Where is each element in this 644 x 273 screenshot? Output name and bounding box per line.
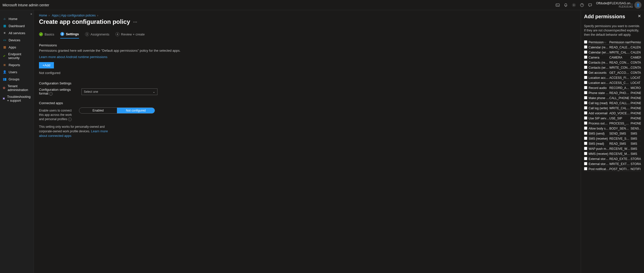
sidebar-item-groups[interactable]: 👥Groups [0,76,34,83]
config-format-select[interactable]: Select one ⌄ [82,88,157,95]
table-row[interactable]: Contacts (write)WRITE_CONTACTSCONTACTS [584,65,641,70]
table-row[interactable]: Use SIP serviceUSE_SIPPHONE [584,116,641,121]
row-checkbox[interactable] [584,111,587,115]
table-row[interactable]: Calendar (read)READ_CALENDARCALENDAR [584,45,641,50]
cell-permission-name: RECEIVE_WAP_PUSH [609,147,631,151]
learn-more-runtime-perm[interactable]: Learn more about Android runtime permiss… [39,55,107,59]
row-checkbox[interactable] [584,157,587,160]
toggle-enabled[interactable]: Enabled [79,108,117,113]
cell-permission-group: PHONE [631,106,641,110]
gear-icon[interactable] [570,1,578,9]
row-checkbox[interactable] [584,86,587,89]
sidebar-item-devices[interactable]: ▭Devices [0,37,34,44]
feedback-icon[interactable] [586,1,594,9]
sidebar-item-users[interactable]: 👤Users [0,68,34,76]
table-row[interactable]: Post notificationsPOST_NOTIFICATIONSNOTI… [584,167,641,172]
row-checkbox[interactable] [584,106,587,110]
table-row[interactable]: SMS (send)SEND_SMSSMS [584,131,641,136]
crumb-apps-config[interactable]: Apps | App configuration policies [52,14,96,17]
table-row[interactable]: SMS (read)READ_SMSSMS [584,141,641,146]
row-checkbox[interactable] [584,132,587,135]
help-icon[interactable] [578,1,586,9]
cell-permission-group: CONTACTS [631,61,641,64]
sidebar-item-endpoint-security[interactable]: ✔Endpoint security [0,51,34,61]
step-assignments[interactable]: 3Assignments [85,32,109,39]
row-checkbox[interactable] [584,71,587,74]
table-row[interactable]: Location access (fine)ACCESS_FINE_LOCAT.… [584,75,641,80]
row-checkbox[interactable] [584,162,587,165]
table-row[interactable]: WAP push messages...RECEIVE_WAP_PUSHSMS [584,146,641,151]
sidebar-item-dashboard[interactable]: ▦Dashboard [0,22,34,29]
add-permission-button[interactable]: +Add [39,62,54,68]
col-permission-group[interactable]: Permission g [631,41,641,44]
row-checkbox[interactable] [584,50,587,54]
cell-permission-group: SMS [631,152,641,156]
row-checkbox[interactable] [584,81,587,84]
row-checkbox[interactable] [584,121,587,125]
sidebar-item-reports[interactable]: ≣Reports [0,61,34,68]
row-checkbox[interactable] [584,101,587,104]
table-row[interactable]: Make phone callsCALL_PHONEPHONE [584,96,641,101]
row-checkbox[interactable] [584,167,587,170]
select-all-checkbox[interactable] [584,40,587,44]
close-icon[interactable]: ✕ [638,14,641,19]
row-checkbox[interactable] [584,137,587,140]
avatar[interactable]: 👤 [634,2,641,9]
sidebar-item-all-services[interactable]: ≡All services [0,29,34,37]
sidebar-item-home[interactable]: ⌂Home [0,15,34,22]
step-settings[interactable]: 2Settings [60,32,79,39]
row-checkbox[interactable] [584,142,587,145]
col-permission-name[interactable]: Permission name↑↓ [609,41,631,44]
page-more-icon[interactable]: ⋯ [133,20,137,24]
row-checkbox[interactable] [584,76,587,79]
row-checkbox[interactable] [584,91,587,94]
table-row[interactable]: SMS (receive)RECEIVE_SMSSMS [584,136,641,141]
table-row[interactable]: Process outgoing ca...PROCESS_OUTGOIN...… [584,121,641,126]
table-row[interactable]: External storage (re...READ_EXTERNAL_ST.… [584,156,641,161]
row-checkbox[interactable] [584,96,587,99]
cell-permission-group: PHONE [631,112,641,115]
table-row[interactable]: Contacts (read)READ_CONTACTSCONTACTS [584,60,641,65]
table-row[interactable]: Call log (read)READ_CALL_LOGPHONE [584,101,641,106]
row-checkbox[interactable] [584,152,587,155]
row-checkbox[interactable] [584,126,587,130]
table-row[interactable]: Calendar (write)WRITE_CALENDARCALENDAR [584,50,641,55]
col-permission[interactable]: Permission↑↓ [589,41,609,44]
table-row[interactable]: Allow body sensor d...BODY_SENSORSSENSOR… [584,126,641,131]
info-icon[interactable]: i [49,92,53,96]
table-row[interactable]: Phone state (read)READ_PHONE_STATEPHONE [584,90,641,96]
toggle-not-configured[interactable]: Not configured [117,108,155,113]
sidebar-collapse[interactable]: « [30,12,32,16]
table-row[interactable]: Record audioRECORD_AUDIOMICROPHONE [584,85,641,90]
row-checkbox[interactable] [584,61,587,64]
crumb-home[interactable]: Home [39,14,47,17]
cell-permission: SMS (read) [589,142,609,145]
cell-permission-group: STORAGE [631,162,641,166]
row-checkbox[interactable] [584,66,587,69]
cell-permission: Location access (fine) [589,76,609,80]
sidebar-item-troubleshooting[interactable]: ✖Troubleshooting + support [0,93,34,104]
sidebar-item-tenant-admin[interactable]: ✿Tenant administration [0,83,34,93]
sidebar-item-apps[interactable]: ▦Apps [0,44,34,51]
cell-permission: Allow body sensor d... [589,127,609,130]
table-row[interactable]: Location access (coa...ACCESS_COARSE_LO.… [584,80,641,85]
table-row[interactable]: Add voicemailADD_VOICEMAILPHONE [584,111,641,116]
step-basics[interactable]: ✓Basics [39,32,54,39]
cell-permission-group: CONTACTS [631,71,641,75]
table-row[interactable]: CameraCAMERACAMERA [584,55,641,60]
table-row[interactable]: External storage (wri...WRITE_EXTERNAL_S… [584,161,641,167]
cloud-shell-icon[interactable] [554,1,562,9]
row-checkbox[interactable] [584,116,587,120]
connected-toggle[interactable]: Enabled Not configured [79,107,155,114]
table-row[interactable]: MMS (receive)RECEIVE_MMSSMS [584,151,641,156]
table-row[interactable]: Call log (write)WRITE_CALL_LOGPHONE [584,106,641,111]
page-title: Create app configuration policy⋯ [39,18,576,25]
row-checkbox[interactable] [584,147,587,150]
table-row[interactable]: Get accountsGET_ACCOUNTSCONTACTS [584,70,641,75]
user-info[interactable]: Offdude@FLEXUSAG.on... FLEXUS AG [596,2,633,8]
row-checkbox[interactable] [584,45,587,49]
notifications-icon[interactable] [562,1,570,9]
info-icon[interactable]: i [68,118,72,121]
step-review[interactable]: 4Review + create [115,32,145,39]
row-checkbox[interactable] [584,56,587,59]
